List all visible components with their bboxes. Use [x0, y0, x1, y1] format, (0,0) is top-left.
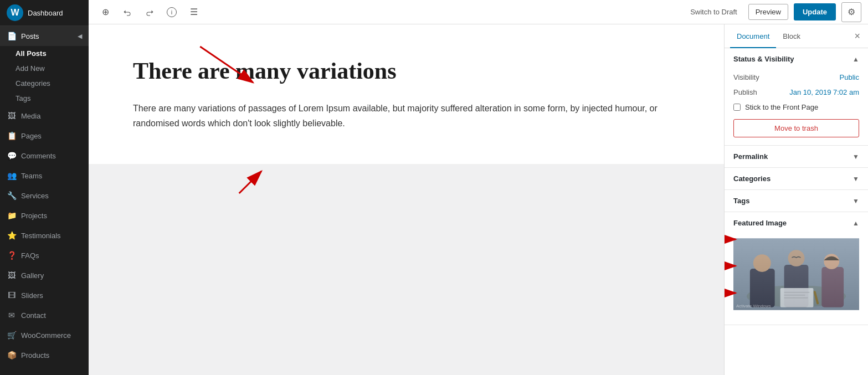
sidebar-item-teams[interactable]: 👥 Teams	[0, 166, 89, 186]
products-label: Products	[21, 351, 49, 359]
pages-label: Pages	[21, 132, 42, 140]
comments-label: Comments	[21, 152, 56, 160]
tab-block[interactable]: Block	[776, 24, 807, 48]
editor-area[interactable]: There are many variations There are many…	[89, 24, 724, 164]
toolbar: ⊕ i ☰ Switch to Draft Preview Update ⚙	[89, 0, 868, 24]
permalink-header[interactable]: Permalink ▼	[725, 146, 868, 167]
undo-icon	[123, 8, 132, 17]
categories-label: Categories	[16, 79, 50, 88]
watermark: Activate Windows	[736, 304, 771, 309]
sidebar-item-posts[interactable]: 📄 Posts ◀	[0, 26, 89, 46]
dashboard-label: Dashboard	[28, 9, 63, 17]
tab-document[interactable]: Document	[730, 24, 776, 48]
update-button[interactable]: Update	[794, 3, 836, 20]
list-icon: ☰	[190, 7, 198, 17]
add-block-button[interactable]: ⊕	[95, 2, 115, 22]
toolbar-left: ⊕ i ☰	[95, 2, 204, 22]
info-button[interactable]: i	[162, 2, 182, 22]
projects-icon: 📁	[7, 210, 17, 220]
featured-image-body: Activate Windows	[725, 238, 868, 325]
all-posts-label: All Posts	[16, 49, 47, 58]
status-visibility-header[interactable]: Status & Visibility ▲	[725, 48, 868, 70]
add-icon: ⊕	[102, 7, 109, 17]
media-label: Media	[21, 112, 40, 120]
visibility-row: Visibility Public	[733, 70, 859, 85]
svg-line-3	[239, 171, 261, 193]
comments-icon: 💬	[7, 151, 17, 161]
testimonials-label: Testimonials	[21, 232, 61, 240]
settings-button[interactable]: ⚙	[841, 2, 861, 22]
sliders-icon: 🎞	[7, 290, 17, 300]
toolbar-right: Switch to Draft Preview Update ⚙	[685, 2, 861, 22]
sidebar-item-testimonials[interactable]: ⭐ Testimonials	[0, 225, 89, 245]
main-area: ⊕ i ☰ Switch to Draft Preview Update ⚙	[89, 0, 868, 375]
woocommerce-label: WooCommerce	[21, 331, 71, 340]
services-label: Services	[21, 192, 49, 200]
right-panel: Document Block × Status & Visibility ▲ V…	[724, 24, 868, 375]
sidebar-item-gallery[interactable]: 🖼 Gallery	[0, 265, 89, 285]
publish-label: Publish	[733, 88, 757, 96]
posts-icon: 📄	[7, 31, 17, 41]
contact-icon: ✉	[7, 310, 17, 320]
sidebar-sub-add-new[interactable]: Add New	[0, 61, 89, 76]
sidebar-sub-all-posts[interactable]: All Posts	[0, 46, 89, 61]
pages-icon: 📋	[7, 131, 17, 141]
sidebar-item-comments[interactable]: 💬 Comments	[0, 146, 89, 166]
redo-button[interactable]	[140, 2, 160, 22]
categories-header[interactable]: Categories ▼	[725, 168, 868, 189]
panel-section-status: Status & Visibility ▲ Visibility Public …	[725, 48, 868, 146]
visibility-value[interactable]: Public	[840, 73, 859, 81]
sidebar-item-woocommerce[interactable]: 🛒 WooCommerce	[0, 325, 89, 345]
list-view-button[interactable]: ☰	[184, 2, 204, 22]
posts-arrow: ◀	[78, 33, 82, 40]
stick-front-page-checkbox[interactable]	[733, 104, 741, 111]
info-icon: i	[167, 7, 177, 17]
sidebar-item-products[interactable]: 📦 Products	[0, 345, 89, 365]
featured-image-header[interactable]: Featured Image ▲	[725, 212, 868, 234]
featured-image-thumbnail[interactable]: Activate Windows	[733, 238, 859, 312]
sidebar-item-projects[interactable]: 📁 Projects	[0, 206, 89, 225]
tags-header[interactable]: Tags ▼	[725, 190, 868, 212]
preview-button[interactable]: Preview	[748, 4, 788, 20]
publish-value[interactable]: Jan 10, 2019 7:02 am	[789, 88, 859, 96]
categories-title: Categories	[733, 174, 771, 183]
sidebar-item-sliders[interactable]: 🎞 Sliders	[0, 285, 89, 305]
woocommerce-icon: 🛒	[7, 330, 17, 340]
editor-panel-row: There are many variations There are many…	[89, 24, 868, 375]
stick-front-page-label[interactable]: Stick to the Front Page	[745, 103, 818, 111]
testimonials-icon: ⭐	[7, 230, 17, 240]
redo-icon	[145, 8, 154, 17]
panel-tabs: Document Block ×	[725, 24, 868, 48]
panel-section-categories: Categories ▼	[725, 168, 868, 190]
sidebar-item-contact[interactable]: ✉ Contact	[0, 305, 89, 325]
contact-label: Contact	[21, 311, 46, 320]
stick-front-page-row: Stick to the Front Page	[733, 100, 859, 115]
panel-close-button[interactable]: ×	[852, 28, 862, 44]
switch-to-draft-button[interactable]: Switch to Draft	[685, 4, 743, 19]
sidebar-item-services[interactable]: 🔧 Services	[0, 186, 89, 206]
sidebar-item-faqs[interactable]: ❓ FAQs	[0, 245, 89, 265]
undo-button[interactable]	[117, 2, 137, 22]
media-icon: 🖼	[7, 111, 17, 121]
panel-section-permalink: Permalink ▼	[725, 146, 868, 168]
panel-section-tags: Tags ▼	[725, 190, 868, 212]
sidebar-item-pages[interactable]: 📋 Pages	[0, 126, 89, 146]
status-visibility-body: Visibility Public Publish Jan 10, 2019 7…	[725, 70, 868, 145]
svg-rect-17	[733, 238, 859, 310]
faqs-icon: ❓	[7, 250, 17, 260]
move-to-trash-button[interactable]: Move to trash	[733, 119, 859, 137]
featured-image-chevron: ▲	[852, 219, 859, 227]
add-new-label: Add New	[16, 64, 45, 73]
editor-wrapper: There are many variations There are many…	[89, 24, 724, 375]
featured-image-title: Featured Image	[733, 219, 787, 227]
visibility-label: Visibility	[733, 73, 759, 81]
sidebar-sub-tags[interactable]: Tags	[0, 91, 89, 106]
sidebar-item-media[interactable]: 🖼 Media	[0, 106, 89, 126]
sidebar-sub-categories[interactable]: Categories	[0, 76, 89, 91]
post-title[interactable]: There are many variations	[133, 58, 680, 84]
faqs-label: FAQs	[21, 251, 39, 260]
post-content[interactable]: There are many variations of passages of…	[133, 101, 680, 131]
permalink-title: Permalink	[733, 152, 768, 161]
gallery-icon: 🖼	[7, 270, 17, 280]
gear-icon: ⚙	[848, 7, 855, 17]
